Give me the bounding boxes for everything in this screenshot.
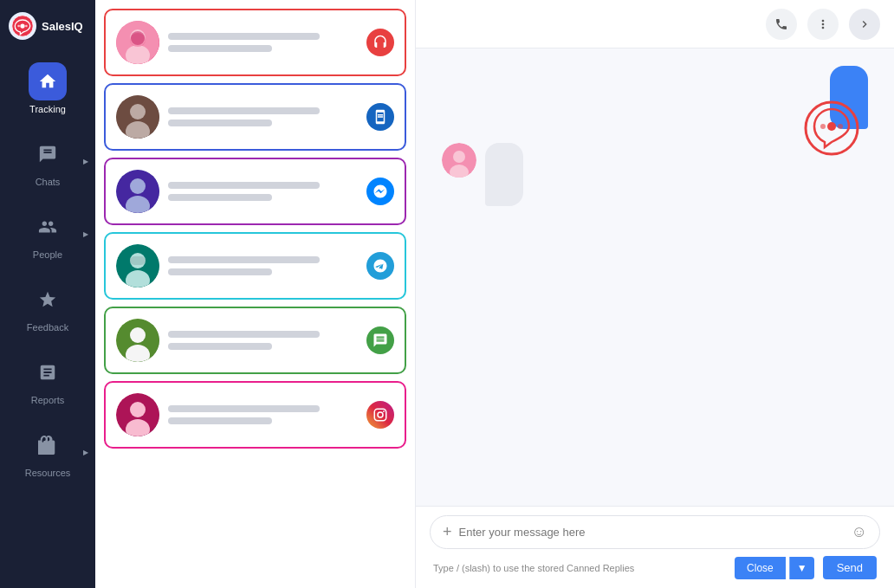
people-chevron: ▶ [83,230,88,238]
chat-info-4 [168,256,358,275]
svg-rect-18 [130,256,146,265]
avatar-2 [116,95,159,139]
chat-line-msg-4 [168,268,272,275]
chat-info-2 [168,107,358,126]
input-area: + ☺ Type / (slash) to use the stored Can… [416,506,894,588]
salesiq-watermark [804,100,859,156]
resources-label: Resources [25,468,71,478]
chat-line-msg-6 [168,417,272,424]
avatar-3 [116,170,159,213]
svg-point-28 [838,124,843,129]
channel-icon-1 [366,29,394,56]
chats-icon [38,145,57,164]
logo-icon [9,12,36,40]
chat-info-6 [168,405,358,424]
people-label: People [33,249,62,260]
chat-card-4[interactable] [104,232,406,300]
people-icon [38,217,57,236]
incoming-message [485,143,523,206]
avatar-1 [116,21,159,64]
svg-point-23 [130,402,146,417]
sidebar-item-feedback[interactable]: Feedback [0,270,95,343]
main-chat-area: + ☺ Type / (slash) to use the stored Can… [416,0,894,588]
svg-point-3 [25,25,28,28]
reports-icon [38,363,57,382]
resources-icon-wrap [29,426,67,464]
tracking-label: Tracking [29,104,66,114]
sidebar: SalesIQ Tracking Chats ▶ [0,0,95,588]
message-input[interactable] [459,526,845,539]
chevron-right-icon [858,17,871,31]
chat-card-5[interactable] [104,307,406,374]
feedback-label: Feedback [27,322,68,333]
svg-point-30 [453,151,465,163]
svg-point-2 [17,25,20,28]
chat-line-msg-1 [168,45,272,52]
reports-icon-wrap [29,353,67,391]
channel-icon-5 [366,326,394,354]
chat-card-2[interactable] [104,83,406,151]
chats-chevron: ▶ [83,158,88,165]
tracking-icon [38,72,57,91]
chats-icon-wrap [29,135,67,173]
action-buttons: Close ▼ Send [735,556,877,579]
channel-icon-2 [366,103,394,131]
chat-info-1 [168,33,358,52]
resources-chevron: ▶ [83,449,88,456]
svg-point-1 [20,23,24,28]
sidebar-item-reports[interactable]: Reports [0,343,95,416]
more-icon [816,17,830,31]
avatar-5 [116,319,159,362]
svg-point-27 [820,124,826,129]
sidebar-nav: Tracking Chats ▶ People ▶ [0,52,95,588]
svg-point-8 [131,31,145,45]
sidebar-item-resources[interactable]: Resources ▶ [0,416,95,488]
main-header [416,0,894,48]
sidebar-item-people[interactable]: People ▶ [0,197,95,270]
chat-card-3[interactable] [104,158,406,225]
people-icon-wrap [29,208,67,246]
chat-line-name-3 [168,182,320,189]
channel-icon-4 [366,252,394,280]
svg-point-10 [130,104,146,120]
logo-text: SalesIQ [42,20,83,33]
tracking-icon-wrap [29,62,67,100]
chats-label: Chats [36,177,61,187]
phone-button[interactable] [766,9,797,40]
avatar-4 [116,244,159,288]
chat-line-name-4 [168,256,320,263]
add-attachment-button[interactable]: + [443,523,452,541]
chat-card-1[interactable] [104,9,406,76]
chat-info-3 [168,182,358,201]
input-row: + ☺ [430,515,880,549]
phone-icon [774,17,788,31]
sidebar-item-chats[interactable]: Chats ▶ [0,125,95,197]
canned-replies-hint: Type / (slash) to use the stored Canned … [433,563,634,573]
incoming-avatar [442,143,476,178]
svg-point-20 [130,327,146,343]
close-button[interactable]: Close [735,557,786,579]
sidebar-item-tracking[interactable]: Tracking [0,52,95,125]
chat-list-panel [95,0,416,588]
chat-line-msg-2 [168,120,272,126]
chat-line-msg-5 [168,343,272,350]
svg-point-26 [827,122,836,131]
chat-line-name-2 [168,107,320,114]
emoji-button[interactable]: ☺ [852,523,867,541]
chat-info-5 [168,331,358,350]
input-footer: Type / (slash) to use the stored Canned … [430,556,880,579]
send-button[interactable]: Send [823,556,877,579]
expand-button[interactable] [849,9,880,40]
svg-point-13 [130,178,146,194]
feedback-icon [38,290,57,309]
channel-icon-6 [366,401,394,429]
chat-line-name-6 [168,405,320,412]
chat-line-name-5 [168,331,320,338]
chat-card-6[interactable] [104,381,406,449]
feedback-icon-wrap [29,281,67,319]
resources-icon [38,436,57,455]
avatar-6 [116,393,159,436]
close-dropdown-button[interactable]: ▼ [789,557,814,579]
chat-line-name-1 [168,33,320,40]
more-options-button[interactable] [807,9,839,40]
